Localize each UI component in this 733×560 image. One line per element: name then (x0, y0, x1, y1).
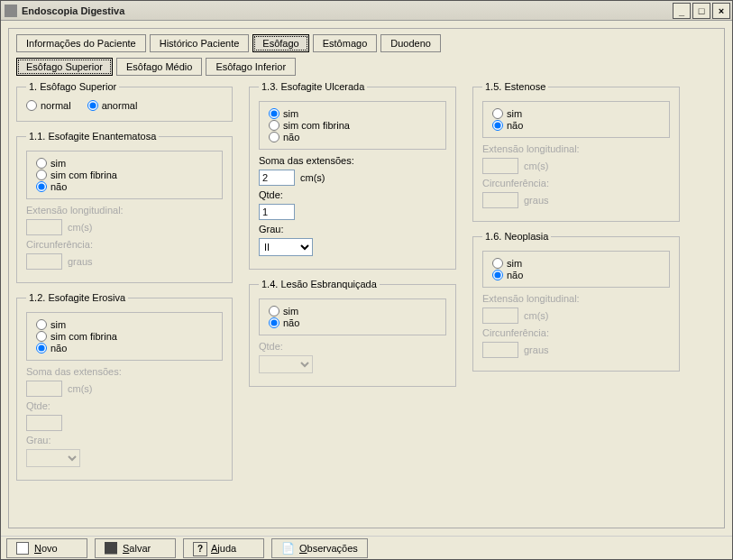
tab-esofago-superior[interactable]: Esôfago Superior (16, 58, 113, 76)
tab-duodeno[interactable]: Duodeno (380, 34, 441, 52)
salvar-button[interactable]: Salvar (95, 538, 176, 558)
g16-ext-input (482, 308, 518, 324)
tab-estomago[interactable]: Estômago (313, 34, 378, 52)
main-tabrow: Informações do Paciente Histórico Pacien… (16, 34, 717, 52)
help-icon (193, 542, 206, 555)
g13-qtde-label: Qtde: (259, 189, 446, 200)
g14-qtde-select (259, 355, 313, 373)
radio-g11-sim[interactable]: sim (36, 158, 213, 169)
g16-ext-label: Extensão longitudinal: (482, 293, 670, 304)
group-11-title: 1.1. Esofagite Enantematosa (26, 131, 159, 142)
content-area: Informações do Paciente Histórico Pacien… (1, 21, 732, 536)
column-1: 1. Esôfago Superior normal anormal 1.1. … (16, 81, 233, 490)
radio-g13-sim-fibrina[interactable]: sim com fibrina (269, 120, 436, 131)
g12-grau-select (26, 449, 80, 467)
tab-esofago[interactable]: Esôfago (252, 34, 308, 52)
group-16-title: 1.6. Neoplasia (482, 231, 551, 242)
g11-ext-label: Extensão longitudinal: (26, 205, 223, 216)
g11-ext-unit: cm(s) (68, 222, 93, 233)
radio-g15-sim[interactable]: sim (492, 108, 660, 119)
bottom-toolbar: Novo Salvar Ajuda Observações (1, 536, 732, 559)
g11-circ-input (26, 253, 62, 270)
g15-circ-input (482, 192, 518, 208)
group-11-enantematosa: 1.1. Esofagite Enantematosa sim sim com … (16, 131, 233, 283)
g14-qtde-label: Qtde: (259, 341, 446, 352)
group-13-ulcerada: 1.3. Esofagite Ulcerada sim sim com fibr… (249, 81, 456, 270)
app-window: Endoscopia Digestiva _ □ × Informações d… (0, 0, 733, 560)
g13-grau-label: Grau: (259, 224, 446, 234)
g15-ext-input (482, 158, 518, 174)
radio-g14-sim[interactable]: sim (269, 306, 436, 317)
group-15-title: 1.5. Estenose (482, 81, 548, 92)
group-16-neoplasia: 1.6. Neoplasia sim não Extensão longitud… (472, 231, 680, 372)
group-14-lesao-esbranquicada: 1.4. Lesão Esbranquiçada sim não Qtde: (249, 279, 456, 387)
save-icon (105, 542, 117, 555)
radio-g16-sim[interactable]: sim (492, 258, 660, 269)
g13-qtde-input[interactable] (259, 204, 295, 220)
radio-g13-nao[interactable]: não (269, 132, 436, 142)
group-15-estenose: 1.5. Estenose sim não Extensão longitudi… (472, 81, 680, 222)
g16-ext-unit: cm(s) (524, 310, 549, 321)
group-12-title: 1.2. Esofagite Erosiva (26, 292, 128, 303)
g15-ext-unit: cm(s) (524, 161, 549, 171)
g13-soma-unit: cm(s) (300, 172, 325, 183)
g12-grau-label: Grau: (26, 435, 223, 445)
g12-soma-label: Soma das extensões: (26, 366, 223, 377)
group-12-erosiva: 1.2. Esofagite Erosiva sim sim com fibri… (16, 292, 233, 481)
g12-soma-unit: cm(s) (68, 383, 93, 394)
radio-anormal[interactable]: anormal (87, 100, 138, 111)
g11-ext-input (26, 219, 62, 235)
radio-g14-nao[interactable]: não (269, 317, 436, 328)
radio-g12-sim[interactable]: sim (36, 319, 213, 330)
g13-soma-label: Soma das extensões: (259, 155, 446, 166)
g12-qtde-input (26, 415, 62, 431)
radio-g11-sim-fibrina[interactable]: sim com fibrina (36, 170, 213, 180)
note-icon (281, 542, 294, 555)
window-title: Endoscopia Digestiva (22, 5, 671, 16)
maximize-button[interactable]: □ (692, 3, 710, 19)
g13-soma-input[interactable] (259, 170, 295, 186)
radio-normal[interactable]: normal (26, 100, 71, 111)
tab-esofago-medio[interactable]: Esôfago Médio (116, 58, 202, 76)
column-3: 1.5. Estenose sim não Extensão longitudi… (472, 81, 680, 490)
g16-circ-unit: graus (524, 344, 549, 355)
titlebar: Endoscopia Digestiva _ □ × (1, 1, 732, 21)
tab-info-paciente[interactable]: Informações do Paciente (16, 34, 146, 52)
ajuda-button[interactable]: Ajuda (183, 538, 264, 558)
tab-historico[interactable]: Histórico Paciente (150, 34, 250, 52)
app-icon (5, 5, 17, 17)
new-icon (16, 542, 29, 555)
close-button[interactable]: × (712, 3, 730, 19)
novo-button[interactable]: Novo (6, 538, 87, 558)
group-1-esofago-superior: 1. Esôfago Superior normal anormal (16, 81, 233, 122)
g15-circ-label: Circunferência: (482, 178, 670, 188)
g12-soma-input (26, 381, 62, 397)
radio-g13-sim[interactable]: sim (269, 108, 436, 119)
tab-esofago-inferior[interactable]: Esôfago Inferior (206, 58, 296, 76)
main-panel: Informações do Paciente Histórico Pacien… (8, 28, 725, 528)
g16-circ-label: Circunferência: (482, 327, 670, 338)
radio-g16-nao[interactable]: não (492, 270, 660, 280)
radio-g12-sim-fibrina[interactable]: sim com fibrina (36, 331, 213, 342)
form-columns: 1. Esôfago Superior normal anormal 1.1. … (16, 81, 717, 490)
column-2: 1.3. Esofagite Ulcerada sim sim com fibr… (249, 81, 456, 490)
g11-circ-unit: graus (68, 256, 93, 267)
g11-circ-label: Circunferência: (26, 239, 223, 250)
group-1-title: 1. Esôfago Superior (26, 81, 119, 92)
group-13-title: 1.3. Esofagite Ulcerada (259, 81, 367, 92)
group-14-title: 1.4. Lesão Esbranquiçada (259, 279, 380, 289)
radio-g11-nao[interactable]: não (36, 181, 213, 192)
sub-tabrow: Esôfago Superior Esôfago Médio Esôfago I… (16, 58, 717, 76)
g16-circ-input (482, 342, 518, 358)
radio-g12-nao[interactable]: não (36, 343, 213, 353)
g12-qtde-label: Qtde: (26, 400, 223, 411)
g15-circ-unit: graus (524, 195, 549, 206)
minimize-button[interactable]: _ (673, 3, 691, 19)
observacoes-button[interactable]: Observações (271, 538, 368, 558)
g15-ext-label: Extensão longitudinal: (482, 143, 670, 154)
radio-g15-nao[interactable]: não (492, 120, 660, 131)
g13-grau-select[interactable]: II (259, 238, 313, 256)
